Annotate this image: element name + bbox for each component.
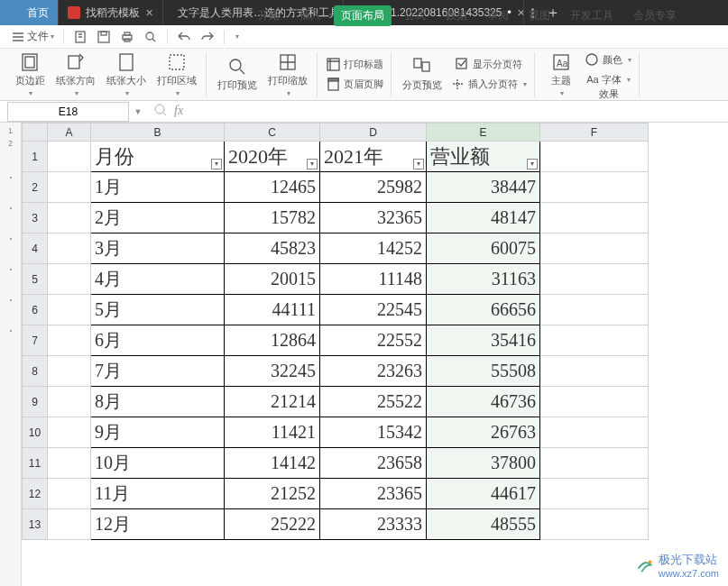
col-header[interactable]: A <box>48 124 91 142</box>
table-cell[interactable]: 25522 <box>320 387 427 417</box>
name-box[interactable] <box>7 102 129 122</box>
table-cell[interactable]: 55508 <box>427 356 540 387</box>
table-cell[interactable]: 3月 <box>91 233 225 264</box>
table-cell[interactable]: 21252 <box>225 479 320 509</box>
tab-member[interactable]: 会员专享 <box>626 5 684 26</box>
row-header[interactable]: 13 <box>23 509 48 540</box>
table-cell[interactable]: 1月 <box>91 172 225 203</box>
row-header[interactable]: 5 <box>23 264 48 295</box>
filter-icon[interactable]: ▾ <box>413 159 424 169</box>
table-cell[interactable]: 25222 <box>225 509 320 540</box>
table-cell[interactable]: 45823 <box>225 233 320 264</box>
header-button[interactable]: 页眉页脚 <box>323 75 387 95</box>
showpb-check[interactable]: 显示分页符 <box>447 55 530 75</box>
formula-input[interactable] <box>192 101 728 122</box>
tab-layout[interactable]: 页面布局 <box>334 5 392 26</box>
col-header[interactable]: B <box>91 124 225 142</box>
tab-start[interactable]: 开始 <box>251 5 287 26</box>
table-cell[interactable]: 26763 <box>427 417 540 448</box>
table-cell[interactable]: 2月 <box>91 203 225 233</box>
row-header[interactable]: 11 <box>23 448 48 479</box>
table-header[interactable]: 月份▾ <box>91 142 225 172</box>
row-header[interactable]: 1 <box>23 142 48 172</box>
tab-view[interactable]: 视图 <box>521 5 558 26</box>
col-header[interactable]: E <box>427 124 540 142</box>
table-cell[interactable]: 48147 <box>427 203 540 233</box>
table-cell[interactable]: 35416 <box>427 325 540 356</box>
area-button[interactable]: 打印区域 <box>152 50 202 99</box>
table-cell[interactable]: 14142 <box>225 448 320 479</box>
row-header[interactable]: 8 <box>23 356 48 387</box>
filter-icon[interactable]: ▾ <box>307 159 318 169</box>
table-cell[interactable]: 44617 <box>427 479 540 509</box>
redo-button[interactable] <box>197 28 218 46</box>
table-cell[interactable]: 9月 <box>91 417 225 448</box>
color-button[interactable]: 颜色 <box>582 50 635 70</box>
table-cell[interactable]: 25982 <box>320 172 427 203</box>
row-header[interactable]: 12 <box>23 479 48 509</box>
table-cell[interactable]: 31163 <box>427 264 540 295</box>
table-cell[interactable]: 5月 <box>91 295 225 325</box>
col-header[interactable]: F <box>540 124 649 142</box>
row-header[interactable]: 2 <box>23 172 48 203</box>
table-cell[interactable]: 15342 <box>320 417 427 448</box>
print-button[interactable] <box>116 28 138 46</box>
table-cell[interactable]: 11月 <box>91 479 225 509</box>
table-header[interactable]: 2021年▾ <box>320 142 427 172</box>
undo-button[interactable] <box>173 28 195 46</box>
table-cell[interactable]: 22552 <box>320 325 427 356</box>
table-cell[interactable]: 7月 <box>91 356 225 387</box>
scale-button[interactable]: 打印缩放 <box>263 50 313 99</box>
size-button[interactable]: 纸张大小 <box>101 50 152 99</box>
col-header[interactable]: D <box>320 124 427 142</box>
table-cell[interactable]: 48555 <box>427 509 540 540</box>
table-cell[interactable]: 14252 <box>320 233 427 264</box>
table-cell[interactable]: 6月 <box>91 325 225 356</box>
table-cell[interactable]: 38447 <box>427 172 540 203</box>
insertpb-button[interactable]: 插入分页符 <box>447 75 530 95</box>
fx-button[interactable]: fx <box>174 104 183 119</box>
row-header[interactable]: 6 <box>23 295 48 325</box>
table-cell[interactable]: 37800 <box>427 448 540 479</box>
name-box-dd[interactable]: ▼ <box>131 107 145 116</box>
spreadsheet[interactable]: ABCDEF1月份▾2020年▾2021年▾营业额▾21月12465259823… <box>22 123 649 586</box>
table-cell[interactable]: 8月 <box>91 387 225 417</box>
table-cell[interactable]: 60075 <box>427 233 540 264</box>
theme-button[interactable]: Aa主题 <box>540 50 582 99</box>
table-cell[interactable]: 32245 <box>225 356 320 387</box>
table-cell[interactable]: 11148 <box>320 264 427 295</box>
table-cell[interactable]: 11421 <box>225 417 320 448</box>
name-box-input[interactable] <box>14 105 123 118</box>
cancel-icon[interactable] <box>154 104 167 119</box>
row-header[interactable]: 9 <box>23 387 48 417</box>
row-header[interactable]: 4 <box>23 233 48 264</box>
table-cell[interactable]: 12864 <box>225 325 320 356</box>
table-cell[interactable]: 32365 <box>320 203 427 233</box>
filter-icon[interactable]: ▾ <box>527 159 538 169</box>
print-preview-button[interactable] <box>140 28 161 46</box>
tab-dev[interactable]: 开发工具 <box>563 5 621 26</box>
table-cell[interactable]: 23333 <box>320 509 427 540</box>
table-cell[interactable]: 12月 <box>91 509 225 540</box>
row-header[interactable]: 7 <box>23 325 48 356</box>
effect-button[interactable]: 效果 <box>582 90 635 99</box>
table-cell[interactable]: 22545 <box>320 295 427 325</box>
table-cell[interactable]: 15782 <box>225 203 320 233</box>
tab-formula[interactable]: 公式 <box>397 5 433 26</box>
row-header[interactable]: 3 <box>23 203 48 233</box>
save-button[interactable] <box>93 28 115 46</box>
tab-insert[interactable]: 插入 <box>292 5 328 26</box>
pbpreview-button[interactable]: 分页预览 <box>397 50 447 99</box>
table-cell[interactable]: 20015 <box>225 264 320 295</box>
table-header[interactable]: 营业额▾ <box>427 142 540 172</box>
titles-button[interactable]: 打印标题 <box>323 55 387 75</box>
table-cell[interactable]: 46736 <box>427 387 540 417</box>
table-cell[interactable]: 10月 <box>91 448 225 479</box>
table-cell[interactable]: 21214 <box>225 387 320 417</box>
filter-icon[interactable]: ▾ <box>211 159 222 169</box>
new-button[interactable] <box>69 28 91 46</box>
table-header[interactable]: 2020年▾ <box>225 142 320 172</box>
table-cell[interactable]: 23365 <box>320 479 427 509</box>
margin-button[interactable]: 页边距 <box>9 50 51 99</box>
table-cell[interactable]: 66656 <box>427 295 540 325</box>
